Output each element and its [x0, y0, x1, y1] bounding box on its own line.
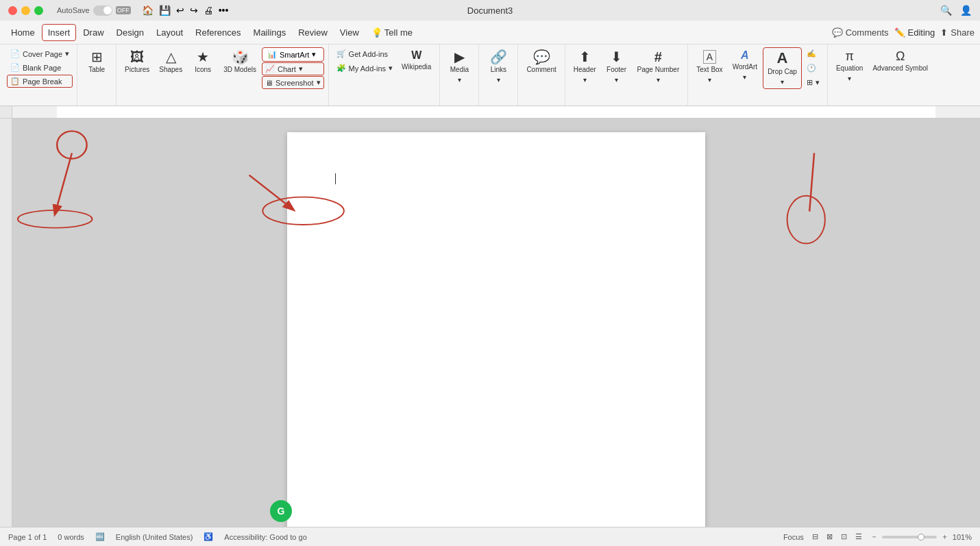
sig-icon: ✍ — [807, 49, 816, 58]
blank-page-button[interactable]: 📄 Blank Page — [7, 61, 73, 74]
editing-badge[interactable]: ✏️ Editing — [894, 27, 935, 38]
cover-page-icon: 📄 — [10, 49, 20, 58]
pictures-button[interactable]: 🖼 Pictures — [121, 47, 154, 77]
drop-cap-button[interactable]: A Drop Cap ▾ — [763, 47, 802, 89]
screenshot-button[interactable]: 🖥 Screenshot ▾ — [262, 76, 324, 89]
signature-line-button[interactable]: ✍ — [803, 47, 823, 60]
shapes-button[interactable]: △ Shapes — [155, 47, 186, 77]
links-group-items: 🔗 Links ▾ — [483, 47, 513, 103]
links-arrow: ▾ — [497, 76, 500, 84]
text-box-button[interactable]: A Text Box ▾ — [692, 47, 726, 86]
view-layout-icon[interactable]: ⊠ — [826, 532, 833, 541]
media-button[interactable]: ▶ Media ▾ — [444, 47, 474, 86]
menu-insert[interactable]: Insert — [42, 24, 77, 41]
cover-page-button[interactable]: 📄 Cover Page ▾ — [7, 47, 73, 60]
status-bar: Page 1 of 1 0 words 🔤 English (United St… — [0, 527, 980, 546]
links-button[interactable]: 🔗 Links ▾ — [483, 47, 513, 86]
icons-button[interactable]: ★ Icons — [188, 47, 218, 77]
toggle-state: OFF — [116, 6, 131, 14]
page-number-button[interactable]: # Page Number ▾ — [633, 47, 684, 86]
view-web-icon[interactable]: ⊡ — [841, 532, 847, 541]
omega-icon: Ω — [896, 50, 905, 62]
page-break-button[interactable]: 📋 Page Break — [7, 75, 73, 88]
comment-icon: 💬 — [533, 50, 550, 64]
more-icon[interactable]: ••• — [219, 5, 229, 16]
redo-icon[interactable]: ↪ — [190, 5, 198, 16]
chart-button[interactable]: 📈 Chart ▾ — [262, 62, 324, 75]
footer-button[interactable]: ⬇ Footer ▾ — [602, 47, 632, 86]
text-group-items: A Text Box ▾ A WordArt ▾ A Drop Cap ▾ ✍ — [692, 47, 823, 103]
view-outline-icon[interactable]: ☰ — [855, 532, 862, 541]
menu-mailings[interactable]: Mailings — [248, 25, 292, 40]
svg-point-1 — [18, 210, 93, 228]
footer-arrow: ▾ — [615, 76, 618, 84]
content-area[interactable] — [12, 119, 980, 527]
title-bar-right-icons: 🔍 👤 — [940, 5, 972, 16]
comment-button[interactable]: 💬 Comment — [522, 47, 560, 77]
print-icon[interactable]: 🖨 — [204, 5, 213, 16]
menu-review[interactable]: Review — [293, 25, 333, 40]
table-group-items: ⊞ Table — [82, 47, 112, 103]
zoom-out-icon[interactable]: － — [870, 532, 878, 542]
profile-icon[interactable]: 👤 — [960, 5, 972, 16]
svg-line-6 — [809, 153, 814, 211]
header-button[interactable]: ⬆ Header ▾ — [569, 47, 600, 86]
share-button[interactable]: ⬆ Share — [940, 27, 975, 38]
comment-group-items: 💬 Comment — [522, 47, 560, 103]
wikipedia-button[interactable]: W Wikipedia — [397, 47, 435, 74]
menu-view[interactable]: View — [334, 25, 365, 40]
advanced-symbol-button[interactable]: Ω Advanced Symbol — [868, 47, 932, 75]
date-time-button[interactable]: 🕐 — [803, 62, 823, 75]
pencil-icon: ✏️ — [894, 27, 905, 38]
smartart-icon: 📊 — [267, 50, 277, 59]
ribbon-group-text: A Text Box ▾ A WordArt ▾ A Drop Cap ▾ ✍ — [688, 45, 828, 106]
search-icon[interactable]: 🔍 — [940, 5, 952, 16]
toolbar-icons: 🏠 💾 ↩ ↪ 🖨 ••• — [142, 5, 229, 16]
share-icon: ⬆ — [940, 27, 948, 38]
close-button[interactable] — [8, 6, 17, 15]
equation-button[interactable]: π Equation ▾ — [832, 47, 867, 85]
autosave-control: AutoSave OFF — [57, 5, 131, 16]
wordart-button[interactable]: A WordArt ▾ — [728, 47, 762, 84]
cover-page-arrow: ▾ — [65, 49, 69, 58]
header-arrow: ▾ — [583, 76, 587, 84]
equation-arrow: ▾ — [848, 75, 851, 82]
undo-icon[interactable]: ↩ — [176, 5, 184, 16]
zoom-in-icon[interactable]: ＋ — [941, 532, 948, 542]
object-button[interactable]: ⊞ ▾ — [803, 76, 823, 89]
ruler — [0, 106, 980, 119]
minimize-button[interactable] — [21, 6, 30, 15]
object-icon: ⊞ — [807, 78, 813, 87]
word-count: 0 words — [58, 533, 84, 541]
menu-design[interactable]: Design — [111, 25, 149, 40]
menu-layout[interactable]: Layout — [151, 25, 188, 40]
store-icon: 🛒 — [336, 49, 346, 58]
comment-icon: 💬 — [832, 27, 843, 38]
3d-models-button[interactable]: 🎲 3D Models — [219, 47, 260, 77]
document-page[interactable] — [287, 132, 705, 527]
ruler-white-area — [57, 106, 935, 118]
zoom-control[interactable]: － ＋ 101% — [870, 532, 972, 542]
chart-arrow: ▾ — [299, 64, 303, 73]
vertical-ruler — [0, 119, 12, 527]
smartart-button[interactable]: 📊 SmartArt ▾ — [262, 47, 324, 62]
ribbon-group-pages: 📄 Cover Page ▾ 📄 Blank Page 📋 Page Break — [3, 45, 77, 106]
zoom-slider[interactable] — [882, 536, 937, 538]
my-addins-button[interactable]: 🧩 My Add-ins ▾ — [333, 62, 396, 75]
save-icon[interactable]: 💾 — [159, 5, 171, 16]
menu-references[interactable]: References — [190, 25, 246, 40]
zoom-thumb[interactable] — [918, 534, 924, 541]
menu-tell-me[interactable]: 💡 Tell me — [366, 25, 418, 40]
ribbon-group-comment: 💬 Comment — [518, 45, 565, 106]
comments-button[interactable]: 💬 Comments — [832, 27, 889, 38]
autosave-toggle[interactable] — [93, 5, 112, 16]
menu-home[interactable]: Home — [5, 25, 40, 40]
maximize-button[interactable] — [34, 6, 43, 15]
get-addins-button[interactable]: 🛒 Get Add-ins — [333, 47, 396, 60]
home-icon[interactable]: 🏠 — [142, 5, 154, 16]
view-normal-icon[interactable]: ⊟ — [812, 532, 818, 541]
focus-button[interactable]: Focus — [783, 533, 804, 541]
table-button[interactable]: ⊞ Table — [82, 47, 112, 77]
menu-draw[interactable]: Draw — [77, 25, 109, 40]
grammarly-button[interactable]: G — [270, 500, 292, 522]
